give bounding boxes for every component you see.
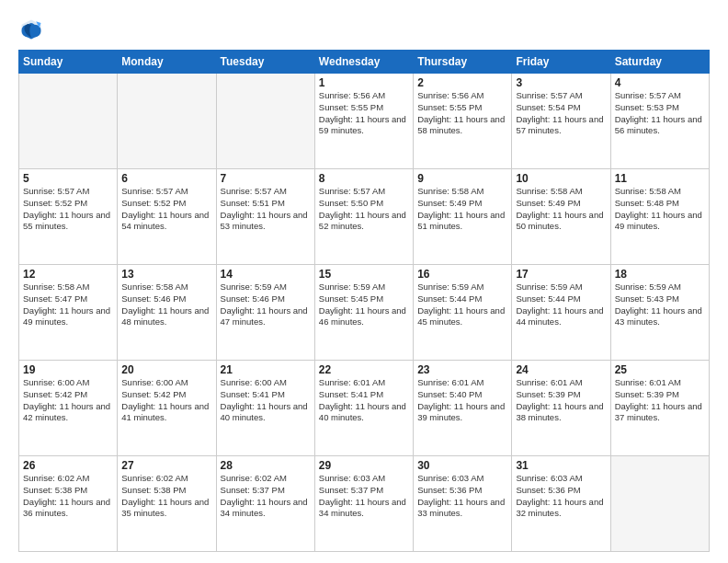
calendar-cell: 20Sunrise: 6:00 AM Sunset: 5:42 PM Dayli… <box>118 361 216 456</box>
calendar-cell: 1Sunrise: 5:56 AM Sunset: 5:55 PM Daylig… <box>314 74 413 169</box>
day-number: 20 <box>121 363 211 376</box>
day-number: 15 <box>319 268 409 281</box>
cell-info: Sunrise: 5:59 AM Sunset: 5:46 PM Dayligh… <box>221 282 311 328</box>
day-header-friday: Friday <box>512 51 610 74</box>
calendar-cell: 30Sunrise: 6:03 AM Sunset: 5:36 PM Dayli… <box>414 456 512 552</box>
calendar-week-5: 26Sunrise: 6:02 AM Sunset: 5:38 PM Dayli… <box>19 456 710 552</box>
day-number: 22 <box>319 363 409 376</box>
day-header-wednesday: Wednesday <box>314 51 413 74</box>
cell-info: Sunrise: 6:01 AM Sunset: 5:41 PM Dayligh… <box>319 377 409 424</box>
cell-info: Sunrise: 6:03 AM Sunset: 5:37 PM Dayligh… <box>319 473 409 520</box>
day-number: 3 <box>516 76 606 89</box>
day-number: 25 <box>615 363 705 376</box>
day-number: 17 <box>516 268 606 281</box>
calendar-cell: 27Sunrise: 6:02 AM Sunset: 5:38 PM Dayli… <box>118 456 216 552</box>
day-number: 29 <box>319 459 409 472</box>
cell-info: Sunrise: 6:01 AM Sunset: 5:39 PM Dayligh… <box>516 377 606 424</box>
cell-info: Sunrise: 6:02 AM Sunset: 5:38 PM Dayligh… <box>23 473 113 520</box>
day-number: 26 <box>23 459 113 472</box>
calendar-cell <box>118 74 216 169</box>
day-number: 16 <box>417 268 507 281</box>
calendar-cell: 11Sunrise: 5:58 AM Sunset: 5:48 PM Dayli… <box>610 169 709 265</box>
day-number: 11 <box>615 172 705 185</box>
day-number: 10 <box>516 172 606 185</box>
day-number: 19 <box>23 363 113 376</box>
calendar-cell: 4Sunrise: 5:57 AM Sunset: 5:53 PM Daylig… <box>610 74 709 169</box>
day-header-saturday: Saturday <box>610 51 709 74</box>
cell-info: Sunrise: 5:58 AM Sunset: 5:49 PM Dayligh… <box>516 186 606 233</box>
cell-info: Sunrise: 6:03 AM Sunset: 5:36 PM Dayligh… <box>516 473 606 520</box>
day-number: 24 <box>516 363 606 376</box>
day-number: 31 <box>516 459 606 472</box>
cell-info: Sunrise: 5:59 AM Sunset: 5:43 PM Dayligh… <box>615 282 705 328</box>
cell-info: Sunrise: 5:58 AM Sunset: 5:48 PM Dayligh… <box>615 186 705 233</box>
day-number: 18 <box>615 268 705 281</box>
cell-info: Sunrise: 5:58 AM Sunset: 5:46 PM Dayligh… <box>121 282 211 328</box>
day-header-thursday: Thursday <box>414 51 512 74</box>
cell-info: Sunrise: 6:02 AM Sunset: 5:37 PM Dayligh… <box>221 473 311 520</box>
day-number: 1 <box>319 76 409 89</box>
calendar-cell: 24Sunrise: 6:01 AM Sunset: 5:39 PM Dayli… <box>512 361 610 456</box>
day-number: 23 <box>417 363 507 376</box>
cell-info: Sunrise: 6:01 AM Sunset: 5:40 PM Dayligh… <box>417 377 507 424</box>
day-header-sunday: Sunday <box>19 51 118 74</box>
cell-info: Sunrise: 5:57 AM Sunset: 5:50 PM Dayligh… <box>319 186 409 233</box>
calendar-week-3: 12Sunrise: 5:58 AM Sunset: 5:47 PM Dayli… <box>19 265 710 361</box>
calendar-cell <box>610 456 709 552</box>
cell-info: Sunrise: 5:57 AM Sunset: 5:51 PM Dayligh… <box>221 186 311 233</box>
day-number: 8 <box>319 172 409 185</box>
calendar-cell: 23Sunrise: 6:01 AM Sunset: 5:40 PM Dayli… <box>414 361 512 456</box>
day-header-monday: Monday <box>118 51 216 74</box>
calendar-week-2: 5Sunrise: 5:57 AM Sunset: 5:52 PM Daylig… <box>19 169 710 265</box>
cell-info: Sunrise: 6:00 AM Sunset: 5:42 PM Dayligh… <box>121 377 211 424</box>
calendar-cell: 10Sunrise: 5:58 AM Sunset: 5:49 PM Dayli… <box>512 169 610 265</box>
calendar-cell: 9Sunrise: 5:58 AM Sunset: 5:49 PM Daylig… <box>414 169 512 265</box>
header <box>18 17 710 42</box>
cell-info: Sunrise: 6:00 AM Sunset: 5:41 PM Dayligh… <box>221 377 311 424</box>
day-header-tuesday: Tuesday <box>216 51 314 74</box>
calendar-cell: 17Sunrise: 5:59 AM Sunset: 5:44 PM Dayli… <box>512 265 610 361</box>
cell-info: Sunrise: 5:57 AM Sunset: 5:53 PM Dayligh… <box>615 90 705 137</box>
cell-info: Sunrise: 5:59 AM Sunset: 5:44 PM Dayligh… <box>516 282 606 328</box>
day-number: 7 <box>221 172 311 185</box>
calendar-cell: 15Sunrise: 5:59 AM Sunset: 5:45 PM Dayli… <box>314 265 413 361</box>
calendar-cell: 3Sunrise: 5:57 AM Sunset: 5:54 PM Daylig… <box>512 74 610 169</box>
cell-info: Sunrise: 5:56 AM Sunset: 5:55 PM Dayligh… <box>319 90 409 137</box>
cell-info: Sunrise: 5:56 AM Sunset: 5:55 PM Dayligh… <box>417 90 507 137</box>
calendar-cell <box>19 74 118 169</box>
calendar-cell: 13Sunrise: 5:58 AM Sunset: 5:46 PM Dayli… <box>118 265 216 361</box>
calendar-cell: 22Sunrise: 6:01 AM Sunset: 5:41 PM Dayli… <box>314 361 413 456</box>
calendar-cell: 31Sunrise: 6:03 AM Sunset: 5:36 PM Dayli… <box>512 456 610 552</box>
calendar-cell: 6Sunrise: 5:57 AM Sunset: 5:52 PM Daylig… <box>118 169 216 265</box>
calendar-cell: 7Sunrise: 5:57 AM Sunset: 5:51 PM Daylig… <box>216 169 314 265</box>
cell-info: Sunrise: 5:58 AM Sunset: 5:49 PM Dayligh… <box>417 186 507 233</box>
day-number: 12 <box>23 268 113 281</box>
calendar-cell: 16Sunrise: 5:59 AM Sunset: 5:44 PM Dayli… <box>414 265 512 361</box>
calendar-cell: 14Sunrise: 5:59 AM Sunset: 5:46 PM Dayli… <box>216 265 314 361</box>
cell-info: Sunrise: 6:01 AM Sunset: 5:39 PM Dayligh… <box>615 377 705 424</box>
calendar-cell: 2Sunrise: 5:56 AM Sunset: 5:55 PM Daylig… <box>414 74 512 169</box>
calendar-cell: 5Sunrise: 5:57 AM Sunset: 5:52 PM Daylig… <box>19 169 118 265</box>
cell-info: Sunrise: 5:57 AM Sunset: 5:52 PM Dayligh… <box>23 186 113 233</box>
cell-info: Sunrise: 5:57 AM Sunset: 5:52 PM Dayligh… <box>121 186 211 233</box>
day-number: 13 <box>121 268 211 281</box>
calendar-cell: 26Sunrise: 6:02 AM Sunset: 5:38 PM Dayli… <box>19 456 118 552</box>
cell-info: Sunrise: 5:58 AM Sunset: 5:47 PM Dayligh… <box>23 282 113 328</box>
calendar-table: SundayMondayTuesdayWednesdayThursdayFrid… <box>18 50 710 552</box>
cell-info: Sunrise: 6:03 AM Sunset: 5:36 PM Dayligh… <box>417 473 507 520</box>
day-number: 6 <box>121 172 211 185</box>
cell-info: Sunrise: 5:59 AM Sunset: 5:45 PM Dayligh… <box>319 282 409 328</box>
calendar-cell: 28Sunrise: 6:02 AM Sunset: 5:37 PM Dayli… <box>216 456 314 552</box>
calendar-cell: 18Sunrise: 5:59 AM Sunset: 5:43 PM Dayli… <box>610 265 709 361</box>
calendar-cell: 8Sunrise: 5:57 AM Sunset: 5:50 PM Daylig… <box>314 169 413 265</box>
calendar-header-row: SundayMondayTuesdayWednesdayThursdayFrid… <box>19 51 710 74</box>
calendar-cell: 12Sunrise: 5:58 AM Sunset: 5:47 PM Dayli… <box>19 265 118 361</box>
day-number: 27 <box>121 459 211 472</box>
cell-info: Sunrise: 5:59 AM Sunset: 5:44 PM Dayligh… <box>417 282 507 328</box>
calendar-cell: 25Sunrise: 6:01 AM Sunset: 5:39 PM Dayli… <box>610 361 709 456</box>
calendar-cell <box>216 74 314 169</box>
cell-info: Sunrise: 6:00 AM Sunset: 5:42 PM Dayligh… <box>23 377 113 424</box>
day-number: 30 <box>417 459 507 472</box>
day-number: 21 <box>221 363 311 376</box>
calendar-week-4: 19Sunrise: 6:00 AM Sunset: 5:42 PM Dayli… <box>19 361 710 456</box>
